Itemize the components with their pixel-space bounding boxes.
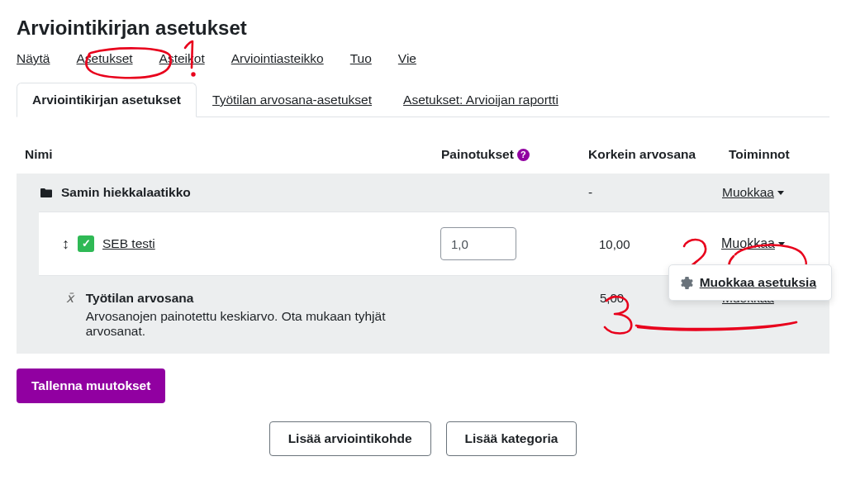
tab-tyotilan-arvosana[interactable]: Työtilan arvosana-asetukset bbox=[197, 83, 387, 116]
add-grade-item-button[interactable]: Lisää arviointikohde bbox=[269, 421, 431, 456]
total-sublabel: Arvosanojen painotettu keskiarvo. Ota mu… bbox=[86, 309, 441, 339]
folder-icon bbox=[40, 188, 53, 198]
secondary-nav: Arviointikirjan asetukset Työtilan arvos… bbox=[17, 83, 829, 117]
add-category-button[interactable]: Lisää kategoria bbox=[446, 421, 577, 456]
item-edit-dropdown: Muokkaa asetuksia bbox=[668, 264, 832, 301]
category-name: Samin hiekkalaatikko bbox=[61, 185, 191, 200]
item-edit-button[interactable]: Muokkaa bbox=[721, 236, 785, 251]
tab-arvioijan-raportti[interactable]: Asetukset: Arvioijan raportti bbox=[387, 83, 574, 116]
page-title: Arviointikirjan asetukset bbox=[17, 17, 829, 40]
nav-vie[interactable]: Vie bbox=[398, 51, 416, 66]
grade-item-link[interactable]: SEB testi bbox=[102, 236, 155, 251]
col-painotukset: Painotukset ? bbox=[441, 147, 582, 162]
chevron-down-icon bbox=[777, 191, 784, 195]
edit-settings-option[interactable]: Muokkaa asetuksia bbox=[673, 270, 828, 295]
nav-arviointiasteikko[interactable]: Arviointiasteikko bbox=[231, 51, 324, 66]
help-icon[interactable]: ? bbox=[517, 149, 530, 161]
category-name-cell: Samin hiekkalaatikko bbox=[40, 185, 441, 200]
save-button[interactable]: Tallenna muutokset bbox=[17, 368, 165, 403]
col-toiminnot: Toiminnot bbox=[722, 147, 829, 162]
nav-asteikot[interactable]: Asteikot bbox=[159, 51, 205, 66]
nav-nayta[interactable]: Näytä bbox=[17, 51, 50, 66]
item-max: 10,00 bbox=[581, 237, 721, 251]
col-korkein: Korkein arvosana bbox=[582, 147, 722, 162]
drag-handle-icon[interactable]: ↕ bbox=[62, 235, 69, 253]
category-edit-button[interactable]: Muokkaa bbox=[722, 185, 784, 200]
table-header-row: Nimi Painotukset ? Korkein arvosana Toim… bbox=[17, 147, 829, 174]
primary-nav: Näytä Asetukset Asteikot Arviointiasteik… bbox=[17, 51, 829, 74]
nav-asetukset[interactable]: Asetukset bbox=[77, 51, 133, 66]
category-row: Samin hiekkalaatikko - Muokkaa bbox=[17, 174, 829, 212]
nav-tuo[interactable]: Tuo bbox=[350, 51, 372, 66]
item-area: ↕ SEB testi 10,00 Muokkaa Mu bbox=[17, 212, 829, 276]
checked-shield-icon bbox=[78, 235, 94, 252]
grade-setup-table: Nimi Painotukset ? Korkein arvosana Toim… bbox=[17, 147, 829, 354]
total-label: Työtilan arvosana bbox=[86, 291, 441, 306]
mean-icon: x̄ bbox=[66, 291, 78, 339]
weight-input[interactable] bbox=[440, 227, 516, 260]
chevron-down-icon bbox=[778, 242, 785, 246]
category-max: - bbox=[582, 185, 722, 200]
col-nimi: Nimi bbox=[25, 147, 441, 162]
tab-arviointikirjan-asetukset[interactable]: Arviointikirjan asetukset bbox=[17, 83, 197, 117]
gear-icon bbox=[681, 277, 693, 289]
grade-item-row: ↕ SEB testi 10,00 Muokkaa Mu bbox=[39, 212, 829, 276]
